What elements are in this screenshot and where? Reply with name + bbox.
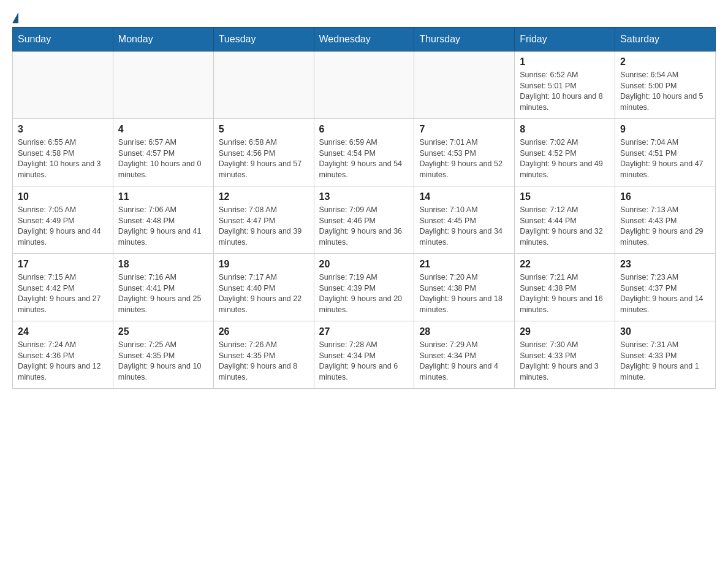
calendar-cell: 11Sunrise: 7:06 AM Sunset: 4:48 PM Dayli… <box>113 186 213 254</box>
day-info: Sunrise: 7:20 AM Sunset: 4:38 PM Dayligh… <box>419 272 509 315</box>
week-row-4: 17Sunrise: 7:15 AM Sunset: 4:42 PM Dayli… <box>13 254 716 321</box>
day-number: 30 <box>620 326 710 337</box>
day-number: 28 <box>419 326 509 337</box>
day-info: Sunrise: 6:55 AM Sunset: 4:58 PM Dayligh… <box>18 137 108 180</box>
calendar-cell: 26Sunrise: 7:26 AM Sunset: 4:35 PM Dayli… <box>213 321 314 389</box>
calendar-cell: 21Sunrise: 7:20 AM Sunset: 4:38 PM Dayli… <box>414 254 515 321</box>
weekday-header-saturday: Saturday <box>615 28 716 52</box>
calendar-cell: 28Sunrise: 7:29 AM Sunset: 4:34 PM Dayli… <box>414 321 515 389</box>
day-number: 10 <box>18 191 108 202</box>
calendar-cell: 3Sunrise: 6:55 AM Sunset: 4:58 PM Daylig… <box>13 119 113 186</box>
day-number: 13 <box>319 191 409 202</box>
calendar-cell: 10Sunrise: 7:05 AM Sunset: 4:49 PM Dayli… <box>13 186 113 254</box>
day-number: 12 <box>219 191 309 202</box>
day-number: 14 <box>419 191 509 202</box>
calendar-cell: 9Sunrise: 7:04 AM Sunset: 4:51 PM Daylig… <box>615 119 716 186</box>
day-info: Sunrise: 7:23 AM Sunset: 4:37 PM Dayligh… <box>620 272 710 315</box>
day-number: 11 <box>118 191 208 202</box>
weekday-header-sunday: Sunday <box>13 28 113 52</box>
calendar-cell <box>113 52 213 119</box>
day-number: 17 <box>18 259 108 270</box>
weekday-header-monday: Monday <box>113 28 213 52</box>
day-number: 2 <box>620 56 710 67</box>
day-number: 21 <box>419 259 509 270</box>
week-row-5: 24Sunrise: 7:24 AM Sunset: 4:36 PM Dayli… <box>13 321 716 389</box>
day-number: 4 <box>118 124 208 135</box>
calendar-cell: 15Sunrise: 7:12 AM Sunset: 4:44 PM Dayli… <box>515 186 615 254</box>
day-info: Sunrise: 6:52 AM Sunset: 5:01 PM Dayligh… <box>520 70 610 113</box>
calendar-cell: 7Sunrise: 7:01 AM Sunset: 4:53 PM Daylig… <box>414 119 515 186</box>
day-number: 3 <box>18 124 108 135</box>
day-info: Sunrise: 7:30 AM Sunset: 4:33 PM Dayligh… <box>520 340 610 383</box>
day-info: Sunrise: 7:25 AM Sunset: 4:35 PM Dayligh… <box>118 340 208 383</box>
day-number: 5 <box>219 124 309 135</box>
weekday-header-row: SundayMondayTuesdayWednesdayThursdayFrid… <box>13 28 716 52</box>
day-number: 27 <box>319 326 409 337</box>
calendar-cell <box>314 52 414 119</box>
day-number: 26 <box>219 326 309 337</box>
day-info: Sunrise: 7:01 AM Sunset: 4:53 PM Dayligh… <box>419 137 509 180</box>
day-info: Sunrise: 7:13 AM Sunset: 4:43 PM Dayligh… <box>620 205 710 248</box>
calendar-cell: 20Sunrise: 7:19 AM Sunset: 4:39 PM Dayli… <box>314 254 414 321</box>
day-info: Sunrise: 7:15 AM Sunset: 4:42 PM Dayligh… <box>18 272 108 315</box>
day-number: 29 <box>520 326 610 337</box>
day-info: Sunrise: 7:28 AM Sunset: 4:34 PM Dayligh… <box>319 340 409 383</box>
calendar-cell: 22Sunrise: 7:21 AM Sunset: 4:38 PM Dayli… <box>515 254 615 321</box>
day-number: 22 <box>520 259 610 270</box>
calendar-cell: 24Sunrise: 7:24 AM Sunset: 4:36 PM Dayli… <box>13 321 113 389</box>
day-info: Sunrise: 6:57 AM Sunset: 4:57 PM Dayligh… <box>118 137 208 180</box>
calendar-cell: 19Sunrise: 7:17 AM Sunset: 4:40 PM Dayli… <box>213 254 314 321</box>
weekday-header-friday: Friday <box>515 28 615 52</box>
calendar-cell <box>13 52 113 119</box>
calendar-cell: 1Sunrise: 6:52 AM Sunset: 5:01 PM Daylig… <box>515 52 615 119</box>
day-info: Sunrise: 7:02 AM Sunset: 4:52 PM Dayligh… <box>520 137 610 180</box>
day-number: 9 <box>620 124 710 135</box>
week-row-3: 10Sunrise: 7:05 AM Sunset: 4:49 PM Dayli… <box>13 186 716 254</box>
weekday-header-tuesday: Tuesday <box>213 28 314 52</box>
day-info: Sunrise: 7:16 AM Sunset: 4:41 PM Dayligh… <box>118 272 208 315</box>
day-number: 16 <box>620 191 710 202</box>
calendar-cell: 25Sunrise: 7:25 AM Sunset: 4:35 PM Dayli… <box>113 321 213 389</box>
calendar-cell: 23Sunrise: 7:23 AM Sunset: 4:37 PM Dayli… <box>615 254 716 321</box>
calendar-cell <box>213 52 314 119</box>
day-number: 19 <box>219 259 309 270</box>
day-info: Sunrise: 7:06 AM Sunset: 4:48 PM Dayligh… <box>118 205 208 248</box>
day-number: 1 <box>520 56 610 67</box>
day-info: Sunrise: 6:59 AM Sunset: 4:54 PM Dayligh… <box>319 137 409 180</box>
day-info: Sunrise: 7:26 AM Sunset: 4:35 PM Dayligh… <box>219 340 309 383</box>
day-number: 20 <box>319 259 409 270</box>
weekday-header-wednesday: Wednesday <box>314 28 414 52</box>
day-info: Sunrise: 6:58 AM Sunset: 4:56 PM Dayligh… <box>219 137 309 180</box>
day-info: Sunrise: 7:24 AM Sunset: 4:36 PM Dayligh… <box>18 340 108 383</box>
calendar-cell: 16Sunrise: 7:13 AM Sunset: 4:43 PM Dayli… <box>615 186 716 254</box>
day-info: Sunrise: 7:08 AM Sunset: 4:47 PM Dayligh… <box>219 205 309 248</box>
calendar-cell: 2Sunrise: 6:54 AM Sunset: 5:00 PM Daylig… <box>615 52 716 119</box>
day-info: Sunrise: 7:21 AM Sunset: 4:38 PM Dayligh… <box>520 272 610 315</box>
day-number: 7 <box>419 124 509 135</box>
calendar-cell: 14Sunrise: 7:10 AM Sunset: 4:45 PM Dayli… <box>414 186 515 254</box>
logo-triangle-icon <box>12 12 18 23</box>
page-header <box>12 12 716 21</box>
calendar-cell: 18Sunrise: 7:16 AM Sunset: 4:41 PM Dayli… <box>113 254 213 321</box>
day-number: 23 <box>620 259 710 270</box>
day-info: Sunrise: 7:29 AM Sunset: 4:34 PM Dayligh… <box>419 340 509 383</box>
calendar-table: SundayMondayTuesdayWednesdayThursdayFrid… <box>12 27 716 389</box>
calendar-cell: 8Sunrise: 7:02 AM Sunset: 4:52 PM Daylig… <box>515 119 615 186</box>
calendar-cell: 30Sunrise: 7:31 AM Sunset: 4:33 PM Dayli… <box>615 321 716 389</box>
day-number: 24 <box>18 326 108 337</box>
calendar-cell: 6Sunrise: 6:59 AM Sunset: 4:54 PM Daylig… <box>314 119 414 186</box>
day-info: Sunrise: 6:54 AM Sunset: 5:00 PM Dayligh… <box>620 70 710 113</box>
logo[interactable] <box>12 12 18 21</box>
day-info: Sunrise: 7:31 AM Sunset: 4:33 PM Dayligh… <box>620 340 710 383</box>
day-info: Sunrise: 7:09 AM Sunset: 4:46 PM Dayligh… <box>319 205 409 248</box>
day-number: 25 <box>118 326 208 337</box>
day-info: Sunrise: 7:12 AM Sunset: 4:44 PM Dayligh… <box>520 205 610 248</box>
day-number: 6 <box>319 124 409 135</box>
calendar-cell <box>414 52 515 119</box>
day-info: Sunrise: 7:05 AM Sunset: 4:49 PM Dayligh… <box>18 205 108 248</box>
calendar-cell: 27Sunrise: 7:28 AM Sunset: 4:34 PM Dayli… <box>314 321 414 389</box>
day-info: Sunrise: 7:04 AM Sunset: 4:51 PM Dayligh… <box>620 137 710 180</box>
calendar-cell: 17Sunrise: 7:15 AM Sunset: 4:42 PM Dayli… <box>13 254 113 321</box>
calendar-cell: 13Sunrise: 7:09 AM Sunset: 4:46 PM Dayli… <box>314 186 414 254</box>
calendar-cell: 29Sunrise: 7:30 AM Sunset: 4:33 PM Dayli… <box>515 321 615 389</box>
